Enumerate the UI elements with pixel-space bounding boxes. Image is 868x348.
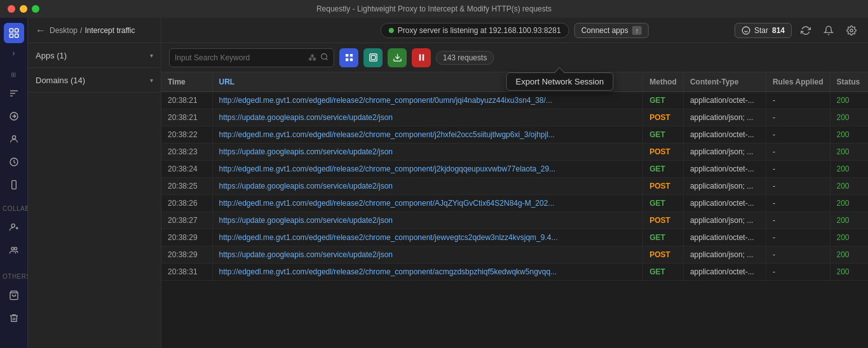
cell-content-type: application/octet-... [683, 126, 766, 144]
close-button[interactable] [8, 5, 15, 13]
intercept-nav-icon-btn[interactable] [4, 106, 24, 126]
table-row[interactable]: 20:38:27 https://update.googleapis.com/s… [161, 212, 868, 229]
domains-section: Domains (14) ▾ [28, 68, 161, 93]
table-row[interactable]: 20:38:21 http://edgedl.me.gvt1.com/edged… [161, 92, 868, 109]
svg-point-19 [850, 29, 853, 32]
svg-rect-3 [15, 34, 18, 37]
intercept-icon-btn[interactable] [4, 23, 24, 43]
star-label: Star [754, 26, 768, 35]
svg-point-18 [742, 27, 750, 34]
search-input[interactable] [175, 53, 304, 62]
col-rules-header: Rules Applied [766, 72, 830, 92]
bag-icon-btn[interactable] [4, 285, 24, 305]
cell-method: GET [643, 195, 684, 212]
table-row[interactable]: 20:38:24 http://edgedl.me.gvt1.com/edged… [161, 161, 868, 178]
table-row[interactable]: 20:38:25 https://update.googleapis.com/s… [161, 178, 868, 195]
cell-time: 20:38:23 [161, 144, 212, 161]
table-row[interactable]: 20:38:23 https://update.googleapis.com/s… [161, 144, 868, 161]
cell-time: 20:38:21 [161, 109, 212, 126]
table-row[interactable]: 20:38:29 https://update.googleapis.com/s… [161, 246, 868, 264]
filter-icon[interactable]: ⁂ [308, 53, 316, 62]
cell-status: 200 [830, 246, 868, 264]
back-button[interactable]: ← [36, 25, 46, 36]
trash-icon-btn[interactable] [4, 308, 24, 328]
maximize-button[interactable] [32, 5, 39, 13]
requests-badge: 143 requests [436, 51, 494, 65]
cell-content-type: application/octet-... [683, 229, 766, 246]
cell-method: GET [643, 229, 684, 246]
table-row[interactable]: 20:38:21 https://update.googleapis.com/s… [161, 109, 868, 126]
top-bar-right: Star 814 [735, 22, 860, 39]
settings-icon-btn[interactable] [843, 22, 860, 39]
breadcrumb: Desktop / Intercept traffic [50, 26, 135, 35]
group-icon-btn[interactable] [4, 240, 24, 260]
cell-url: http://edgedl.me.gvt1.com/edgedl/release… [212, 195, 643, 212]
table-row[interactable]: 20:38:22 http://edgedl.me.gvt1.com/edged… [161, 126, 868, 144]
requests-table: Time URL Method Content-Type Rules Appli… [161, 72, 868, 281]
minimize-button[interactable] [20, 5, 27, 13]
cell-content-type: application/octet-... [683, 264, 766, 281]
cell-time: 20:38:21 [161, 92, 212, 109]
cell-rules: - [766, 229, 830, 246]
svg-point-20 [322, 53, 327, 59]
sidebar-header: ← Desktop / Intercept traffic [28, 18, 161, 43]
cell-rules: - [766, 109, 830, 126]
cell-content-type: application/json; ... [683, 178, 766, 195]
sort-icon-btn[interactable] [4, 83, 24, 104]
apps-chevron: ▾ [150, 52, 153, 59]
title-bar: Requestly - Lightweight Proxy to Interce… [0, 0, 868, 18]
connect-apps-button[interactable]: Connect apps ↑ [574, 23, 649, 38]
connect-apps-label: Connect apps [581, 26, 628, 35]
domains-row[interactable]: Domains (14) ▾ [28, 68, 161, 92]
add-user-icon-btn[interactable] [4, 217, 24, 238]
svg-rect-26 [369, 54, 376, 61]
apps-row[interactable]: Apps (1) ▾ [28, 43, 161, 67]
cell-status: 200 [830, 92, 868, 109]
window-controls [8, 5, 39, 13]
tooltip-container: Export Network Session [506, 72, 614, 91]
table-row[interactable]: 20:38:26 http://edgedl.me.gvt1.com/edged… [161, 195, 868, 212]
cell-rules: - [766, 144, 830, 161]
product-label: ⊞ [3, 71, 25, 78]
screenshot-tool-button[interactable] [363, 48, 383, 67]
connect-apps-badge: ↑ [632, 26, 642, 35]
domains-chevron: ▾ [150, 77, 153, 84]
apps-label: Apps (1) [36, 51, 67, 60]
cell-rules: - [766, 92, 830, 109]
pause-tool-button[interactable] [412, 48, 431, 67]
refresh-icon-btn[interactable] [797, 22, 815, 39]
cell-content-type: application/json; ... [683, 109, 766, 126]
domains-label: Domains (14) [36, 76, 85, 85]
cell-status: 200 [830, 178, 868, 195]
breadcrumb-separator: / [80, 26, 82, 35]
cell-time: 20:38:25 [161, 178, 212, 195]
cell-content-type: application/json; ... [683, 144, 766, 161]
clock-icon-btn[interactable] [4, 152, 24, 172]
svg-rect-0 [10, 29, 13, 32]
cell-method: POST [643, 109, 684, 126]
collab-label: Collab [3, 205, 25, 212]
sidebar: ← Desktop / Intercept traffic Apps (1) ▾… [28, 18, 161, 348]
cell-status: 200 [830, 109, 868, 126]
table-container[interactable]: Time URL Method Content-Type Rules Appli… [161, 72, 868, 348]
bell-icon-btn[interactable] [820, 22, 837, 39]
table-row[interactable]: 20:38:31 http://edgedl.me.gvt1.com/edged… [161, 264, 868, 281]
proxy-status: Proxy server is listening at 192.168.100… [381, 23, 569, 38]
apps-tool-button[interactable] [339, 48, 358, 67]
top-bar: Proxy server is listening at 192.168.100… [161, 18, 868, 43]
table-row[interactable]: 20:38:29 http://edgedl.me.gvt1.com/edged… [161, 229, 868, 246]
expand-icon[interactable]: › [6, 46, 22, 61]
user-icon-btn[interactable] [4, 129, 24, 149]
top-bar-icons [797, 22, 860, 39]
cell-time: 20:38:27 [161, 212, 212, 229]
star-button[interactable]: Star 814 [735, 23, 792, 38]
mobile-icon-btn[interactable] [4, 175, 24, 195]
download-tool-button[interactable] [388, 48, 407, 67]
breadcrumb-current: Intercept traffic [85, 26, 135, 35]
cell-url: http://edgedl.me.gvt1.com/edgedl/release… [212, 161, 643, 178]
cell-time: 20:38:24 [161, 161, 212, 178]
cell-method: GET [643, 161, 684, 178]
cell-content-type: application/json; ... [683, 246, 766, 264]
cell-method: GET [643, 264, 684, 281]
search-icon[interactable] [320, 53, 329, 63]
